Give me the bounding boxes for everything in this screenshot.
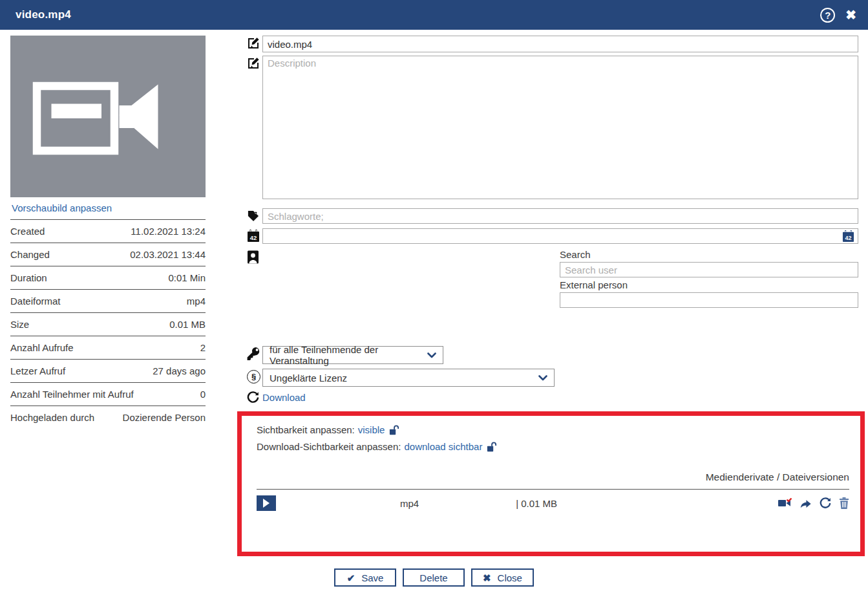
adjust-thumbnail-link[interactable]: Vorschaubild anpassen <box>12 202 206 213</box>
unlock-icon[interactable] <box>487 442 498 452</box>
calendar-icon: 42 <box>247 228 261 243</box>
external-person-label: External person <box>560 279 858 290</box>
media-derivative-row: mp4 | 0.01 MB <box>257 495 849 511</box>
divider <box>257 489 849 490</box>
share-arrow-icon[interactable] <box>799 498 812 509</box>
visibility-toggle-link[interactable]: visible <box>358 424 385 435</box>
chevron-down-icon <box>427 352 436 358</box>
help-icon[interactable]: ? <box>820 8 835 23</box>
tags-input[interactable] <box>262 208 858 224</box>
meta-value: 0:01 Min <box>168 272 206 283</box>
description-textarea[interactable] <box>262 56 858 199</box>
datepicker-icon[interactable]: 42 <box>842 230 854 243</box>
media-size: | 0.01 MB <box>516 498 557 509</box>
download-visibility-label: Download-Sichtbarkeit anpassen: <box>257 441 401 452</box>
video-camera-icon <box>27 70 189 164</box>
close-button[interactable]: ✖ Close <box>471 568 534 587</box>
media-info-panel: Vorschaubild anpassen Created11.02.2021 … <box>10 36 206 556</box>
availability-date-input[interactable] <box>262 228 858 244</box>
close-icon[interactable]: ✖ <box>845 8 856 21</box>
derivatives-heading: Medienderivate / Dateiversionen <box>257 471 849 483</box>
trash-icon[interactable] <box>839 497 849 509</box>
search-user-input[interactable] <box>560 262 858 277</box>
meta-value: 11.02.2021 13:24 <box>131 226 206 237</box>
save-button[interactable]: ✔ Save <box>334 568 396 587</box>
license-selected-value: Ungeklärte Lizenz <box>270 373 347 384</box>
table-row: Duration0:01 Min <box>10 266 206 289</box>
meta-value: mp4 <box>187 296 206 307</box>
download-visibility-toggle-link[interactable]: download sichtbar <box>404 441 482 452</box>
delete-button[interactable]: Delete <box>403 568 465 587</box>
meta-value: 0.01 MB <box>169 319 206 330</box>
table-row: Letzer Aufruf27 days ago <box>10 359 206 382</box>
media-format: mp4 <box>400 498 419 509</box>
table-row: Anzahl Teilnehmer mit Aufruf0 <box>10 382 206 406</box>
svg-text:42: 42 <box>845 235 851 241</box>
key-icon <box>247 346 261 360</box>
meta-label: Created <box>10 226 45 237</box>
meta-value: 2 <box>200 342 206 353</box>
play-button[interactable] <box>257 495 276 511</box>
edit-form: 42 42 Search External perso <box>247 36 858 556</box>
external-person-input[interactable] <box>560 292 858 308</box>
paragraph-license-icon: § <box>247 369 261 384</box>
meta-value: 0 <box>200 389 206 400</box>
meta-label: Changed <box>10 249 50 260</box>
title-input[interactable] <box>262 36 858 52</box>
highlight-box: Sichtbarkeit anpassen: visible Download-… <box>237 411 865 556</box>
table-row: Hochgeladen durchDozierende Person <box>10 406 206 429</box>
meta-label: Size <box>10 319 29 330</box>
tag-icon <box>247 208 261 222</box>
metadata-table: Created11.02.2021 13:24 Changed02.03.202… <box>10 219 206 429</box>
dialog-title: video.mp4 <box>16 8 71 21</box>
video-derivative-icon[interactable] <box>778 498 792 508</box>
search-label: Search <box>560 249 858 260</box>
meta-label: Dateiformat <box>10 296 61 307</box>
edit-icon <box>247 36 261 50</box>
meta-label: Anzahl Aufrufe <box>10 342 74 353</box>
meta-value: 02.03.2021 13:44 <box>130 249 206 260</box>
edit-icon <box>247 56 261 70</box>
refresh-icon <box>247 391 261 404</box>
download-link[interactable]: Download <box>262 392 306 403</box>
table-row: Size0.01 MB <box>10 312 206 336</box>
person-icon <box>247 249 261 264</box>
meta-value: 27 days ago <box>153 365 206 376</box>
meta-label: Anzahl Teilnehmer mit Aufruf <box>10 389 134 400</box>
visibility-label: Sichtbarkeit anpassen: <box>257 424 355 435</box>
access-selected-value: für alle Teilnehmende der Veranstaltung <box>270 344 418 366</box>
meta-label: Duration <box>10 272 47 283</box>
access-select[interactable]: für alle Teilnehmende der Veranstaltung <box>262 346 443 364</box>
x-icon: ✖ <box>483 573 491 583</box>
refresh-icon[interactable] <box>820 497 831 509</box>
dialog-footer: ✔ Save Delete ✖ Close <box>0 568 868 587</box>
unlock-icon[interactable] <box>389 425 400 435</box>
chevron-down-icon <box>538 375 547 381</box>
table-row: Created11.02.2021 13:24 <box>10 219 206 243</box>
meta-label: Hochgeladen durch <box>10 412 94 423</box>
meta-value: Dozierende Person <box>123 412 206 423</box>
dialog-titlebar: video.mp4 ? ✖ <box>0 0 868 30</box>
meta-label: Letzer Aufruf <box>10 365 65 376</box>
license-select[interactable]: Ungeklärte Lizenz <box>262 369 555 387</box>
table-row: Anzahl Aufrufe2 <box>10 336 206 359</box>
table-row: Changed02.03.2021 13:44 <box>10 243 206 266</box>
media-details-dialog: video.mp4 ? ✖ Vorschaubild anpassen <box>0 0 868 595</box>
video-thumbnail <box>10 36 206 197</box>
check-icon: ✔ <box>347 573 355 583</box>
svg-text:42: 42 <box>250 234 257 241</box>
table-row: Dateiformatmp4 <box>10 289 206 312</box>
